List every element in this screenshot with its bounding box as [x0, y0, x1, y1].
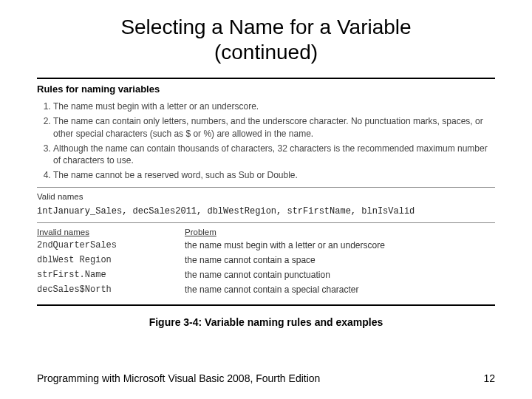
slide-title: Selecting a Name for a Variable (continu… [37, 15, 495, 64]
valid-names-heading: Valid names [37, 192, 495, 201]
table-row: 2ndQuarterSales the name must begin with… [37, 238, 495, 253]
rules-heading: Rules for naming variables [37, 83, 495, 95]
rule-item: The name cannot be a reserved word, such… [53, 169, 495, 181]
rule-item: The name can contain only letters, numbe… [53, 115, 495, 139]
invalid-name: 2ndQuarterSales [37, 238, 185, 253]
invalid-name: decSales$North [37, 282, 185, 297]
invalid-problem: the name cannot contain a special charac… [185, 282, 495, 297]
divider [37, 187, 495, 188]
table-row: dblWest Region the name cannot contain a… [37, 253, 495, 267]
footer-text: Programming with Microsoft Visual Basic … [37, 372, 320, 384]
slide-footer: Programming with Microsoft Visual Basic … [37, 372, 495, 384]
invalid-names-table: Invalid names Problem 2ndQuarterSales th… [37, 228, 495, 297]
invalid-problem: the name cannot contain punctuation [185, 267, 495, 282]
table-row: strFirst.Name the name cannot contain pu… [37, 267, 495, 282]
rule-item: Although the name can contain thousands … [53, 143, 495, 166]
table-row: decSales$North the name cannot contain a… [37, 282, 495, 297]
title-line-1: Selecting a Name for a Variable [120, 16, 411, 38]
invalid-col-problem: Problem [185, 228, 495, 238]
figure-caption: Figure 3-4: Variable naming rules and ex… [37, 316, 495, 328]
invalid-name: strFirst.Name [37, 267, 185, 282]
page-number: 12 [483, 372, 495, 384]
title-line-2: (continued) [214, 41, 318, 64]
rules-list: The name must begin with a letter or an … [37, 100, 495, 181]
valid-names-list: intJanuary_Sales, decSales2011, dblWestR… [37, 205, 495, 218]
divider [37, 222, 495, 223]
invalid-name: dblWest Region [37, 253, 185, 267]
invalid-problem: the name must begin with a letter or an … [185, 238, 495, 253]
invalid-col-names: Invalid names [37, 228, 185, 238]
rule-item: The name must begin with a letter or an … [53, 100, 495, 112]
figure-box: Rules for naming variables The name must… [37, 78, 495, 306]
invalid-problem: the name cannot contain a space [185, 253, 495, 267]
